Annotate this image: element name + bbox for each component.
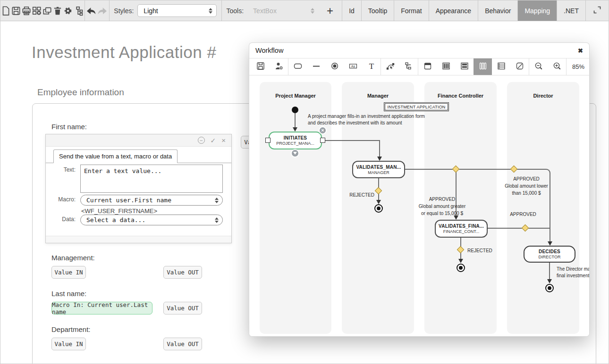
last-name-value-out-button[interactable]: Value OUT (163, 302, 202, 314)
add-actor-icon (274, 61, 284, 73)
tab-format[interactable]: Format (394, 0, 428, 21)
expand-button[interactable] (585, 0, 609, 21)
arrowhead (293, 127, 297, 132)
settings-button[interactable] (63, 0, 73, 21)
tab-appearance[interactable]: Appearance (429, 0, 478, 21)
wf-lane-header-tool[interactable] (418, 58, 437, 75)
new-document-icon (0, 6, 11, 16)
tree-icon (404, 61, 414, 73)
arrowhead (458, 259, 463, 263)
lane-header-icon (423, 61, 432, 73)
wf-add-actor-button[interactable] (270, 58, 288, 75)
duplicate-icon (42, 6, 52, 16)
editor-footer (46, 236, 231, 243)
tab-id[interactable]: Id (342, 0, 361, 21)
label-rejected-finance: REJECTED (467, 248, 497, 254)
dialog-titlebar[interactable]: Workflow ✖ (249, 43, 589, 58)
wf-label-tool[interactable]: Aa (344, 58, 362, 75)
close-icon[interactable]: ✖ (578, 47, 583, 54)
resize-handle-right[interactable] (320, 138, 325, 143)
last-name-macro-in-chip[interactable]: Macro In: Current user.Last name (51, 302, 152, 314)
save-icon (11, 6, 21, 16)
node-validates-manager[interactable]: VALIDATES_MAN... MANAGER (352, 161, 405, 178)
wf-tree-tool[interactable] (399, 58, 418, 75)
department-value-out-button[interactable]: Value OUT (163, 338, 202, 350)
styles-select[interactable]: Light (137, 4, 217, 17)
zoom-level: 85% (567, 58, 584, 75)
text-input[interactable]: Enter a text value... (80, 165, 223, 193)
tab-dotnet[interactable]: .NET (557, 0, 585, 21)
styles-value: Light (144, 7, 158, 15)
add-next-node-icon[interactable] (291, 149, 299, 157)
data-select[interactable]: Select a data... (80, 215, 223, 225)
undo-button[interactable] (85, 0, 97, 21)
vertical-lanes-icon (478, 61, 488, 73)
add-widget-button[interactable] (32, 0, 42, 21)
arrowhead (376, 200, 381, 204)
macro-value: Current user.First name (86, 197, 171, 204)
wf-bezier-tool[interactable] (381, 58, 399, 75)
end-node-finance-rejected[interactable] (457, 264, 465, 272)
section-title: Employee information (37, 87, 124, 98)
delete-button[interactable] (52, 0, 63, 21)
lane-header-director: Director (507, 93, 579, 99)
resize-handle-left[interactable] (265, 138, 271, 143)
wf-vertical-lanes-tool[interactable] (474, 58, 492, 75)
wf-table-rows-tool[interactable] (455, 58, 474, 75)
lane-header-manager: Manager (342, 93, 414, 99)
end-node-manager-rejected[interactable] (374, 204, 383, 213)
wf-end-node-tool[interactable] (325, 58, 344, 75)
redo-button[interactable] (97, 0, 108, 21)
management-value-in-button[interactable]: Value IN (51, 266, 86, 279)
workflow-canvas[interactable]: Project Manager Manager Finance Controll… (249, 75, 589, 336)
wf-shape-tool[interactable] (510, 58, 529, 75)
collapse-icon[interactable]: − (198, 137, 205, 144)
trash-icon (52, 6, 63, 16)
table-rows-icon (460, 61, 469, 73)
svg-text:T: T (369, 61, 374, 70)
wf-zoom-out-button[interactable] (529, 58, 548, 75)
add-widget-icon (32, 6, 42, 16)
connector-line-icon (312, 61, 321, 73)
editor-header: − ✓ × (46, 134, 231, 147)
main-toolbar: Styles: Light Tools: TextBox + Id Toolti… (0, 0, 609, 21)
node-validates-finance[interactable]: VALIDATES_FINA... FINANCE_CONT... (435, 220, 488, 238)
end-node-final[interactable] (545, 284, 554, 292)
editor-tab-send-value[interactable]: Send the value from a text, macro or dat… (53, 149, 178, 163)
start-node[interactable] (292, 107, 298, 113)
macro-token: <WF_USER_FIRSTNAME> (81, 207, 157, 215)
tab-tooltip[interactable]: Tooltip (361, 0, 394, 21)
wf-row-list-tool[interactable] (492, 58, 510, 75)
add-tool-button[interactable]: + (322, 1, 338, 20)
wf-connector-tool[interactable] (307, 58, 325, 75)
new-document-button[interactable] (0, 0, 11, 21)
wf-text-tool[interactable]: T (362, 58, 381, 75)
close-icon[interactable]: × (221, 137, 226, 144)
macro-select[interactable]: Current user.First name (80, 195, 223, 206)
wf-node-tool[interactable] (288, 58, 307, 75)
node-initiates[interactable]: INITIATES PROJECT_MANA... (269, 132, 322, 149)
wf-table-columns-tool[interactable] (437, 58, 455, 75)
property-tabs: Id Tooltip Format Appearance Behavior Ma… (342, 0, 609, 21)
confirm-icon[interactable]: ✓ (211, 137, 216, 144)
table-columns-icon (441, 61, 451, 73)
tab-behavior[interactable]: Behavior (478, 0, 517, 21)
select-stepper-icon (304, 8, 314, 14)
print-button[interactable] (21, 0, 32, 21)
arrowhead (377, 157, 382, 161)
wf-save-button[interactable] (251, 58, 270, 75)
department-value-in-button[interactable]: Value IN (51, 338, 86, 350)
delete-node-icon[interactable]: × (319, 126, 327, 134)
duplicate-button[interactable] (42, 0, 52, 21)
wf-zoom-in-button[interactable] (548, 58, 566, 75)
investment-application-note[interactable]: INVESTMENT APPLICATION (384, 102, 449, 111)
hierarchy-button[interactable] (73, 0, 84, 21)
node-decides[interactable]: DECIDES DIRECTOR (524, 246, 575, 263)
management-value-out-button[interactable]: Value OUT (163, 266, 202, 279)
save-button[interactable] (11, 0, 21, 21)
tab-mapping[interactable]: Mapping (517, 0, 557, 21)
tools-select[interactable]: TextBox (247, 4, 318, 17)
print-icon (21, 6, 32, 16)
label-icon: Aa (348, 61, 358, 73)
select-stepper-icon (215, 217, 219, 223)
